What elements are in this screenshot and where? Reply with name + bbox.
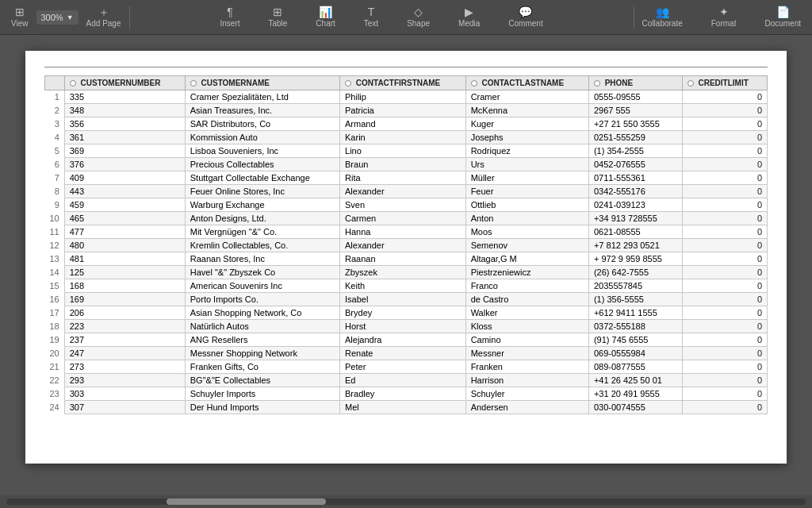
document-icon: 📄 [776, 6, 790, 17]
cell-customernumber: 376 [64, 158, 185, 171]
comment-button[interactable]: 💬 Comment [504, 3, 547, 31]
insert-button[interactable]: ¶ Insert [215, 3, 244, 31]
cell-customernumber: 206 [64, 306, 185, 320]
cell-customername: Cramer Spezialitäten, Ltd [185, 90, 339, 104]
table-row[interactable]: 13481Raanan Stores, IncRaananAltagar,G M… [45, 252, 768, 266]
table-row[interactable]: 12480Kremlin Collectables, Co.AlexanderS… [45, 239, 768, 252]
toolbar-center: ¶ Insert ⊞ Table 📊 Chart T Text ◇ Shape … [133, 3, 630, 31]
cell-creditlimit: 0 [682, 347, 767, 360]
table-row[interactable]: 18223Natürlich AutosHorstKloss0372-55518… [45, 320, 768, 333]
col-icon-contactfirstname [345, 80, 351, 87]
cell-phone: (1) 356-5555 [588, 293, 682, 306]
cell-customernumber: 465 [64, 212, 185, 225]
cell-customername: SAR Distributors, Co [185, 117, 339, 131]
cell-phone: +27 21 550 3555 [588, 117, 682, 131]
table-icon: ⊞ [273, 6, 282, 17]
row-number: 23 [45, 387, 65, 401]
table-row[interactable]: 17206Asian Shopping Network, CoBrydeyWal… [45, 306, 768, 320]
text-icon: T [368, 6, 375, 17]
col-header-phone[interactable]: PHONE [588, 76, 682, 90]
collaborate-button[interactable]: 👥 Collaborate [638, 3, 688, 31]
table-row[interactable]: 4361Kommission AutoKarinJosephs0251-5552… [45, 131, 768, 144]
cell-contactlastname: Walker [465, 306, 588, 320]
row-number: 16 [45, 293, 65, 306]
cell-customername: Asian Treasures, Inc. [185, 104, 339, 117]
table-row[interactable]: 6376Precious CollectablesBraunUrs0452-07… [45, 158, 768, 171]
chart-icon: 📊 [319, 6, 332, 17]
chart-button[interactable]: 📊 Chart [311, 3, 339, 31]
cell-contactfirstname: Ed [340, 374, 466, 387]
scrollbar-thumb[interactable] [167, 498, 327, 505]
cell-creditlimit: 0 [682, 158, 767, 171]
table-button[interactable]: ⊞ Table [263, 3, 292, 31]
cell-contactlastname: Piestrzeniewicz [465, 266, 588, 279]
cell-contactlastname: Messner [465, 347, 588, 360]
cell-creditlimit: 0 [682, 279, 767, 293]
cell-contactlastname: Müller [465, 171, 588, 185]
cell-contactlastname: Ottlieb [465, 198, 588, 212]
cell-contactfirstname: Raanan [340, 252, 466, 266]
col-header-creditlimit[interactable]: CREDITLIMIT [682, 76, 767, 90]
col-header-contactfirstname[interactable]: CONTACTFIRSTNAME [340, 76, 466, 90]
cell-contactfirstname: Carmen [340, 212, 466, 225]
table-row[interactable]: 19237ANG ResellersAlejandraCamino(91) 74… [45, 333, 768, 347]
cell-contactfirstname: Zbyszek [340, 266, 466, 279]
cell-customername: Lisboa Souveniers, Inc [185, 144, 339, 158]
cell-contactfirstname: Brydey [340, 306, 466, 320]
text-button[interactable]: T Text [359, 3, 383, 31]
table-row[interactable]: 23303Schuyler ImportsBradleySchuyler+31 … [45, 387, 768, 401]
cell-contactlastname: Altagar,G M [465, 252, 588, 266]
cell-customername: Porto Imports Co. [185, 293, 339, 306]
col-header-customername[interactable]: CUSTOMERNAME [185, 76, 339, 90]
cell-creditlimit: 0 [682, 252, 767, 266]
table-row[interactable]: 15168American Souvenirs IncKeithFranco20… [45, 279, 768, 293]
cell-customernumber: 247 [64, 347, 185, 360]
cell-contactfirstname: Renate [340, 347, 466, 360]
table-row[interactable]: 8443Feuer Online Stores, IncAlexanderFeu… [45, 185, 768, 198]
cell-contactfirstname: Hanna [340, 225, 466, 239]
table-row[interactable]: 9459Warburg ExchangeSvenOttlieb0241-0391… [45, 198, 768, 212]
table-row[interactable]: 20247Messner Shopping NetworkRenateMessn… [45, 347, 768, 360]
table-row[interactable]: 21273Franken Gifts, CoPeterFranken089-08… [45, 360, 768, 374]
cell-contactfirstname: Bradley [340, 387, 466, 401]
zoom-control[interactable]: 300% ▼ [36, 10, 79, 25]
insert-label: Insert [220, 19, 239, 28]
cell-customernumber: 168 [64, 279, 185, 293]
table-row[interactable]: 10465Anton Designs, Ltd.CarmenAnton+34 9… [45, 212, 768, 225]
add-page-label: Add Page [86, 19, 121, 28]
cell-contactfirstname: Braun [340, 158, 466, 171]
cell-creditlimit: 0 [682, 104, 767, 117]
shape-button[interactable]: ◇ Shape [402, 3, 435, 31]
cell-customernumber: 293 [64, 374, 185, 387]
format-button[interactable]: ✦ Format [707, 3, 741, 31]
media-button[interactable]: ▶ Media [454, 3, 485, 31]
table-row[interactable]: 14125Havel "&" Zbyszek CoZbyszekPiestrze… [45, 266, 768, 279]
cell-customernumber: 335 [64, 90, 185, 104]
document-page: CUSTOMERNUMBER CUSTOMERNAME CONTACTFIRST… [25, 51, 787, 464]
toolbar-left: ⊞ View 300% ▼ ＋ Add Page [6, 3, 126, 31]
cell-phone: 069-0555984 [588, 347, 682, 360]
col-header-rownum [45, 76, 65, 90]
add-page-button[interactable]: ＋ Add Page [82, 3, 126, 31]
table-row[interactable]: 5369Lisboa Souveniers, IncLinoRodriquez(… [45, 144, 768, 158]
table-row[interactable]: 11477Mit Vergnügen "&" Co.HannaMoos0621-… [45, 225, 768, 239]
row-number: 12 [45, 239, 65, 252]
col-icon-customername [190, 80, 197, 87]
canvas-area: CUSTOMERNUMBER CUSTOMERNAME CONTACTFIRST… [0, 35, 812, 495]
cell-creditlimit: 0 [682, 225, 767, 239]
table-row[interactable]: 2348Asian Treasures, Inc.PatriciaMcKenna… [45, 104, 768, 117]
col-header-contactlastname[interactable]: CONTACTLASTNAME [465, 76, 588, 90]
col-header-customernumber[interactable]: CUSTOMERNUMBER [64, 76, 185, 90]
scrollbar-track[interactable] [6, 498, 806, 505]
view-button[interactable]: ⊞ View [6, 3, 33, 31]
table-row[interactable]: 24307Der Hund ImportsMelAndersen030-0074… [45, 401, 768, 414]
document-button[interactable]: 📄 Document [760, 3, 806, 31]
cell-customernumber: 459 [64, 198, 185, 212]
table-row[interactable]: 7409Stuttgart Collectable ExchangeRitaMü… [45, 171, 768, 185]
cell-customername: Precious Collectables [185, 158, 339, 171]
cell-customername: Asian Shopping Network, Co [185, 306, 339, 320]
table-row[interactable]: 16169Porto Imports Co.Isabelde Castro(1)… [45, 293, 768, 306]
table-row[interactable]: 3356SAR Distributors, CoArmandKuger+27 2… [45, 117, 768, 131]
table-row[interactable]: 22293BG"&"E CollectablesEdHarrison+41 26… [45, 374, 768, 387]
table-row[interactable]: 1335Cramer Spezialitäten, LtdPhilipCrame… [45, 90, 768, 104]
